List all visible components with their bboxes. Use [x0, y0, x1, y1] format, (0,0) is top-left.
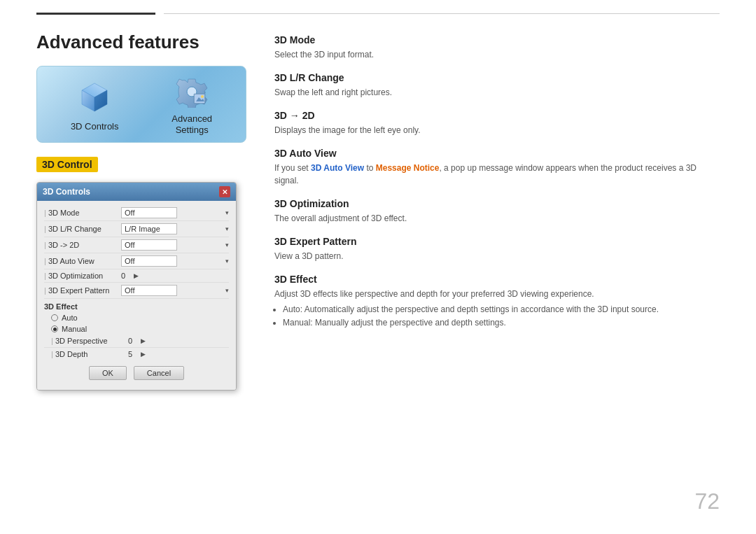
dialog-select-val-3d-expert: Off — [121, 285, 177, 296]
dialog-row-3d-depth: 3D Depth 5 ▶ — [44, 348, 229, 360]
inline-blue-manual: Manual — [283, 318, 310, 328]
feature-3d-auto-view: 3D Auto View If you set 3D Auto View to … — [274, 148, 720, 187]
dialog-slider-3d-opt[interactable]: 0 ▶ — [121, 272, 139, 280]
feature-desc-3d-effect: Adjust 3D effects like perspective and d… — [274, 288, 720, 300]
dialog-label-3d-perspective: 3D Perspective — [51, 337, 128, 345]
dialog-slider-3d-depth[interactable]: 5 ▶ — [128, 350, 146, 358]
icon-item-advanced-settings[interactable]: Advanced Settings — [172, 76, 212, 135]
dialog-arrow-3d-depth: ▶ — [141, 351, 146, 358]
gear-icon — [176, 76, 208, 108]
dialog-label-3d-lr: 3D L/R Change — [44, 225, 121, 233]
dialog-arrow-3d-opt: ▶ — [134, 272, 139, 279]
dialog-select-3d-auto-view[interactable]: Off ▾ — [121, 255, 229, 267]
dialog-row-3d-auto-view: 3D Auto View Off ▾ — [44, 253, 229, 269]
icon-panel: 3D Controls — [36, 66, 246, 143]
dialog-row-3d-perspective: 3D Perspective 0 ▶ — [44, 335, 229, 348]
right-column: 3D Mode Select the 3D input format. 3D L… — [274, 31, 720, 534]
feature-desc-3d-optimization: The overall adjustment of 3D effect. — [274, 212, 720, 225]
icon-item-3d-controls[interactable]: 3D Controls — [71, 79, 119, 132]
dialog-val-3d-depth: 5 — [128, 350, 138, 358]
dropdown-arrow-3d-mode: ▾ — [225, 209, 229, 216]
dialog-select-val-3d-2d: Off — [121, 239, 177, 251]
dialog-close-button[interactable]: ✕ — [219, 186, 230, 197]
dialog-arrow-3d-perspective: ▶ — [141, 337, 146, 344]
dialog-3d-controls: 3D Controls ✕ 3D Mode Off ▾ 3D L/R Chan — [36, 182, 237, 391]
feature-desc-3d-auto-view: If you set 3D Auto View to Message Notic… — [274, 162, 720, 187]
dialog-cancel-button[interactable]: Cancel — [134, 366, 184, 380]
feature-desc-3d-mode: Select the 3D input format. — [274, 48, 720, 61]
dialog-select-3d-mode[interactable]: Off ▾ — [121, 207, 229, 218]
dropdown-arrow-3d-lr: ▾ — [225, 225, 229, 232]
bullet-manual: Manual: Manually adjust the perspective … — [283, 316, 720, 330]
dialog-label-3d-opt: 3D Optimization — [44, 272, 121, 280]
dialog-select-val-3d-mode: Off — [121, 207, 177, 218]
dialog-row-3d-mode: 3D Mode Off ▾ — [44, 205, 229, 221]
dialog-label-3d-mode: 3D Mode — [44, 209, 121, 217]
dropdown-arrow-3d-auto-view: ▾ — [225, 258, 229, 265]
radio-auto-circle — [51, 314, 58, 321]
dialog-ok-button[interactable]: OK — [89, 366, 127, 380]
feature-3d-to-2d: 3D → 2D Displays the image for the left … — [274, 110, 720, 136]
icon-label-advanced-settings: Advanced Settings — [172, 113, 212, 135]
radio-manual-label: Manual — [62, 325, 87, 333]
dialog-label-3d-expert: 3D Expert Pattern — [44, 286, 121, 295]
feature-title-3d-mode: 3D Mode — [274, 34, 720, 45]
dialog-buttons: OK Cancel — [44, 360, 229, 383]
page-number: 72 — [694, 489, 720, 514]
dialog-val-3d-perspective: 0 — [128, 337, 138, 345]
feature-desc-3d-lr: Swap the left and right pictures. — [274, 86, 720, 99]
dialog-select-3d-lr[interactable]: L/R Image ▾ — [121, 223, 229, 234]
dropdown-arrow-3d-expert: ▾ — [225, 287, 229, 294]
feature-3d-optimization: 3D Optimization The overall adjustment o… — [274, 198, 720, 225]
dialog-select-3d-expert[interactable]: Off ▾ — [121, 285, 229, 296]
dropdown-arrow-3d-2d: ▾ — [225, 241, 229, 248]
inline-orange-msg-notice: Message Notice — [376, 163, 440, 173]
cube-icon — [76, 79, 113, 115]
dialog-row-3d-opt: 3D Optimization 0 ▶ — [44, 269, 229, 283]
dialog-select-3d-2d[interactable]: Off ▾ — [121, 239, 229, 251]
dialog-titlebar: 3D Controls ✕ — [37, 183, 236, 201]
section-heading: 3D Control — [36, 157, 98, 172]
dialog-row-3d-expert: 3D Expert Pattern Off ▾ — [44, 283, 229, 299]
feature-title-3d-lr: 3D L/R Change — [274, 72, 720, 83]
feature-3d-lr: 3D L/R Change Swap the left and right pi… — [274, 72, 720, 99]
feature-3d-expert-pattern: 3D Expert Pattern View a 3D pattern. — [274, 236, 720, 262]
dialog-row-3d-lr: 3D L/R Change L/R Image ▾ — [44, 221, 229, 237]
feature-3d-effect: 3D Effect Adjust 3D effects like perspec… — [274, 274, 720, 330]
dialog-radio-manual[interactable]: Manual — [44, 323, 229, 335]
dialog-label-3d-2d: 3D -> 2D — [44, 241, 121, 249]
feature-title-3d-optimization: 3D Optimization — [274, 198, 720, 209]
dialog-row-3d-2d: 3D -> 2D Off ▾ — [44, 237, 229, 253]
feature-desc-3d-to-2d: Displays the image for the left eye only… — [274, 124, 720, 136]
svg-point-7 — [201, 95, 204, 98]
feature-title-3d-effect: 3D Effect — [274, 274, 720, 285]
dialog-effect-label: 3D Effect — [44, 299, 229, 312]
inline-blue-auto-view: 3D Auto View — [311, 163, 364, 173]
main-content: Advanced features — [0, 15, 756, 534]
left-column: Advanced features — [36, 31, 246, 534]
radio-manual-circle — [51, 325, 58, 332]
page-title: Advanced features — [36, 31, 246, 53]
bullet-auto: Auto: Automatically adjust the perspecti… — [283, 303, 720, 316]
icon-label-3d-controls: 3D Controls — [71, 121, 119, 132]
dialog-select-val-3d-auto-view: Off — [121, 255, 177, 267]
dialog-title: 3D Controls — [43, 187, 90, 197]
dialog-select-val-3d-lr: L/R Image — [121, 223, 177, 234]
feature-title-3d-to-2d: 3D → 2D — [274, 110, 720, 121]
dialog-body: 3D Mode Off ▾ 3D L/R Change L/R Image ▾ — [37, 201, 236, 390]
inline-blue-auto: Auto — [283, 304, 300, 314]
dialog-label-3d-depth: 3D Depth — [51, 350, 128, 358]
feature-title-3d-expert-pattern: 3D Expert Pattern — [274, 236, 720, 247]
top-line-long — [164, 13, 720, 14]
dialog-val-3d-opt: 0 — [121, 272, 131, 280]
page-container: Advanced features — [0, 0, 756, 534]
top-decorative-lines — [0, 0, 756, 15]
dialog-label-3d-auto-view: 3D Auto View — [44, 257, 121, 265]
radio-auto-label: Auto — [62, 314, 78, 322]
feature-bullets-3d-effect: Auto: Automatically adjust the perspecti… — [274, 303, 720, 330]
feature-3d-mode: 3D Mode Select the 3D input format. — [274, 34, 720, 61]
dialog-radio-auto[interactable]: Auto — [44, 312, 229, 323]
feature-desc-3d-expert-pattern: View a 3D pattern. — [274, 250, 720, 262]
feature-title-3d-auto-view: 3D Auto View — [274, 148, 720, 159]
dialog-slider-3d-perspective[interactable]: 0 ▶ — [128, 337, 146, 345]
